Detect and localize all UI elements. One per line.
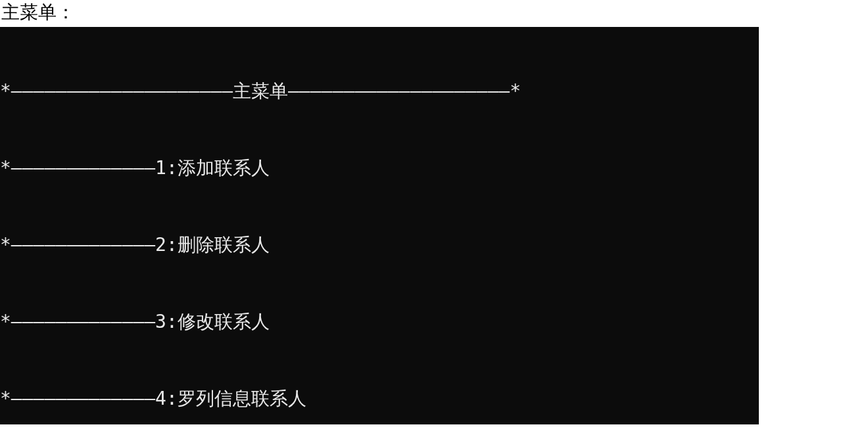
page-heading: 主菜单： [0, 0, 868, 27]
menu-item-2[interactable]: *—————————————2:删除联系人 [0, 232, 759, 258]
menu-item-4[interactable]: *—————————————4:罗列信息联系人 [0, 386, 759, 411]
menu-item-3[interactable]: *—————————————3:修改联系人 [0, 309, 759, 334]
terminal-window: *————————————————————主菜单————————————————… [0, 27, 759, 424]
menu-border-top: *————————————————————主菜单————————————————… [0, 78, 759, 104]
menu-item-1[interactable]: *—————————————1:添加联系人 [0, 155, 759, 181]
